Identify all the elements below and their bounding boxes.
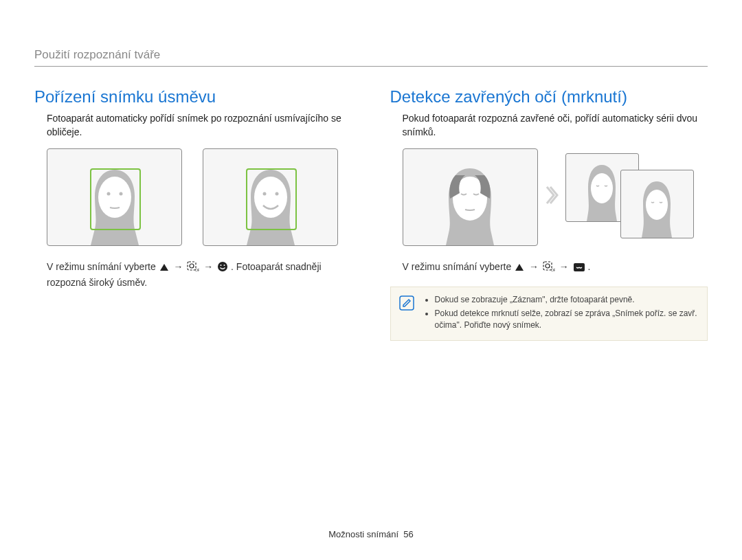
blink-illustration-row (403, 148, 708, 246)
note-pencil-icon (399, 294, 416, 333)
chevron-right-icon (545, 185, 559, 210)
footer-page-number: 56 (403, 529, 413, 539)
blink-detect-icon (573, 262, 585, 276)
svg-point-14 (591, 173, 613, 203)
right-instr-prefix: V režimu snímání vyberte (403, 261, 515, 272)
arrow-icon: → (559, 261, 569, 272)
svg-point-18 (546, 264, 550, 268)
page-footer: Možnosti snímání 56 (0, 529, 742, 539)
left-instr-prefix: V režimu snímání vyberte (47, 261, 159, 272)
illustration-eyes-closed (403, 148, 538, 246)
smile-illustration-row (47, 148, 352, 246)
svg-marker-16 (515, 264, 524, 271)
footer-section: Možnosti snímání (328, 529, 398, 539)
left-instruction: V režimu snímání vyberte → OFF → . Fotoa… (34, 260, 352, 290)
arrow-icon: → (529, 261, 539, 272)
svg-point-10 (218, 262, 227, 271)
svg-point-11 (221, 265, 222, 266)
illustration-face-neutral (47, 148, 182, 246)
left-description: Fotoaparát automaticky pořídí snímek po … (34, 112, 352, 139)
svg-point-12 (224, 265, 225, 266)
right-instruction: V režimu snímání vyberte → OFF → . (390, 260, 708, 276)
breadcrumb: Použití rozpoznání tváře (34, 48, 708, 67)
svg-point-8 (190, 264, 194, 268)
note-box: Dokud se zobrazuje „Záznam", držte fotoa… (390, 287, 708, 340)
svg-text:OFF: OFF (195, 268, 199, 272)
up-triangle-icon (159, 262, 170, 276)
svg-rect-21 (400, 296, 414, 310)
left-section-title: Pořízení snímku úsměvu (34, 87, 352, 107)
arrow-icon: → (203, 261, 213, 272)
svg-marker-6 (160, 264, 168, 271)
thumbnail-2 (620, 170, 694, 238)
note-item: Dokud se zobrazuje „Záznam", držte fotoa… (435, 294, 699, 306)
svg-point-15 (646, 190, 668, 220)
smile-face-icon (217, 261, 228, 276)
right-instr-suffix: . (588, 261, 591, 272)
blink-result-thumbnails (565, 149, 703, 245)
face-detect-off-icon: OFF (543, 261, 555, 276)
right-section-title: Detekce zavřených očí (mrknutí) (390, 87, 708, 107)
svg-text:OFF: OFF (551, 268, 555, 272)
note-list: Dokud se zobrazuje „Záznam", držte fotoa… (424, 294, 699, 333)
face-detect-off-icon: OFF (187, 261, 199, 276)
up-triangle-icon (514, 262, 525, 276)
note-item: Pokud detekce mrknutí selže, zobrazí se … (435, 308, 699, 332)
illustration-face-smiling (203, 148, 338, 246)
arrow-icon: → (174, 261, 183, 272)
right-description: Pokud fotoaparát rozpozná zavřené oči, p… (390, 112, 708, 139)
